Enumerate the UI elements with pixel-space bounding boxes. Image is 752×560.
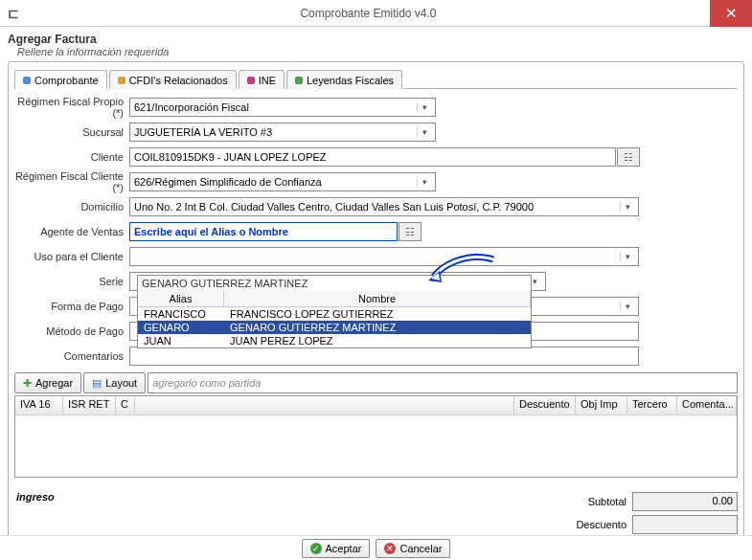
- label-comentarios: Comentarios: [14, 350, 129, 362]
- dropdown-row[interactable]: GENAROGENARO GUTIERREZ MARTINEZ: [138, 321, 531, 334]
- label-metodo-pago: Método de Pago: [14, 325, 129, 337]
- col-c[interactable]: C: [116, 396, 135, 414]
- total-label: Descuento: [556, 519, 632, 530]
- aceptar-button[interactable]: ✓Aceptar: [302, 539, 371, 558]
- dropdown-col-nombre[interactable]: Nombre: [224, 291, 531, 306]
- app-icon: ⊏: [0, 0, 27, 27]
- input-agente[interactable]: Escribe aquí el Alias o Nombre: [129, 222, 398, 241]
- col-objimp[interactable]: Obj Imp: [576, 396, 627, 414]
- combo-domicilio[interactable]: Uno No. 2 Int B Col. Ciudad Valles Centr…: [129, 197, 639, 216]
- tab-icon: [295, 77, 303, 84]
- page-subtitle: Rellene la información requerida: [17, 46, 744, 57]
- lookup-agente-button[interactable]: ☷: [399, 222, 422, 241]
- chevron-down-icon: ▾: [417, 102, 431, 112]
- chevron-down-icon: ▾: [620, 202, 634, 212]
- label-sucursal: Sucursal: [14, 126, 129, 138]
- combo-sucursal[interactable]: JUGUETERÍA LA VERITO #3▾: [129, 123, 436, 142]
- agregar-button[interactable]: ✚Agregar: [14, 372, 81, 393]
- col-blank[interactable]: [135, 396, 514, 414]
- input-cliente[interactable]: COIL810915DK9 - JUAN LOPEZ LOPEZ: [129, 147, 616, 167]
- tab-leyendas[interactable]: Leyendas Fiscales: [286, 70, 402, 89]
- label-serie: Serie: [14, 276, 129, 287]
- col-tercero[interactable]: Tercero: [627, 396, 677, 414]
- window-title: Comprobante Emitido v4.0: [27, 7, 710, 20]
- chevron-down-icon: ▾: [417, 177, 431, 187]
- chevron-down-icon: ▾: [620, 302, 634, 311]
- dropdown-row[interactable]: JUANJUAN PEREZ LOPEZ: [138, 334, 531, 347]
- label-agente: Agente de Ventas: [14, 226, 129, 237]
- combo-uso-cliente[interactable]: ▾: [129, 247, 639, 266]
- combo-regimen-propio[interactable]: 621/Incorporación Fiscal▾: [129, 98, 436, 117]
- dropdown-current-value: GENARO GUTIERREZ MARTINEZ: [138, 276, 531, 291]
- dropdown-row[interactable]: FRANCISCOFRANCISCO LOPEZ GUTIERREZ: [138, 307, 531, 321]
- check-icon: ✓: [310, 543, 322, 554]
- col-isr-ret[interactable]: ISR RET: [63, 396, 116, 414]
- agente-dropdown[interactable]: GENARO GUTIERREZ MARTINEZ Alias Nombre F…: [137, 275, 532, 348]
- tab-comprobante[interactable]: Comprobante: [14, 70, 107, 89]
- layout-button[interactable]: ▤Layout: [83, 372, 146, 393]
- tab-icon: [118, 77, 125, 84]
- label-regimen-propio: Régimen Fiscal Propio (*): [14, 96, 129, 119]
- tab-cfdi-relacionados[interactable]: CFDI's Relacionados: [109, 70, 237, 89]
- total-value: 0.00: [632, 492, 738, 511]
- label-uso-cliente: Uso para el Cliente: [14, 251, 129, 262]
- label-forma-pago: Forma de Pago: [14, 301, 129, 312]
- plus-icon: ✚: [23, 377, 32, 390]
- col-iva16[interactable]: IVA 16: [15, 396, 63, 414]
- total-label: Subtotal: [556, 496, 632, 507]
- line-items-grid[interactable]: IVA 16 ISR RET C Descuento Obj Imp Terce…: [14, 395, 738, 478]
- search-input[interactable]: agregarlo como partida: [148, 372, 738, 393]
- label-regimen-cliente: Régimen Fiscal Cliente (*): [14, 170, 129, 193]
- tab-icon: [23, 77, 31, 84]
- close-button[interactable]: ✕: [710, 0, 752, 27]
- col-descuento[interactable]: Descuento: [514, 396, 576, 414]
- chevron-down-icon: ▾: [620, 252, 634, 261]
- total-value: [632, 515, 738, 534]
- layout-icon: ▤: [92, 377, 102, 390]
- dropdown-col-alias[interactable]: Alias: [138, 291, 224, 306]
- lookup-cliente-button[interactable]: ☷: [617, 147, 640, 167]
- label-domicilio: Domicilio: [14, 201, 129, 213]
- tab-ine[interactable]: INE: [239, 70, 285, 89]
- col-comenta[interactable]: Comenta...: [677, 396, 737, 414]
- input-comentarios[interactable]: [129, 347, 639, 366]
- tab-icon: [247, 77, 255, 84]
- label-cliente: Cliente: [14, 151, 129, 163]
- page-title: Agregar Factura: [8, 33, 744, 46]
- cancel-icon: ✕: [384, 543, 396, 554]
- combo-regimen-cliente[interactable]: 626/Régimen Simplificado de Confianza▾: [129, 172, 436, 191]
- chevron-down-icon: ▾: [417, 127, 431, 137]
- cancelar-button[interactable]: ✕Cancelar: [376, 539, 450, 558]
